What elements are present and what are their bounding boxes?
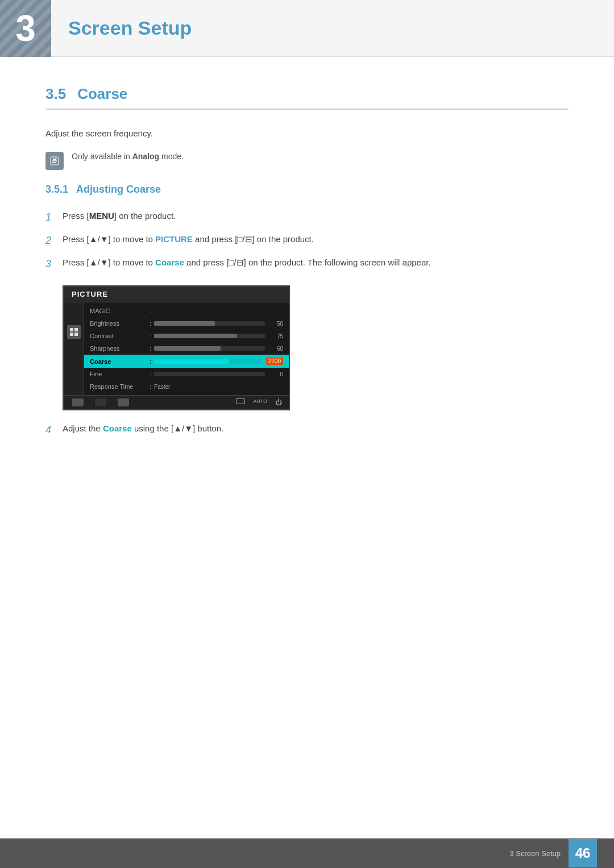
coarse-keyword-step4: Coarse	[103, 423, 132, 433]
osd-fill-coarse	[154, 359, 229, 364]
osd-icon-screen	[236, 398, 245, 406]
osd-sidebar	[64, 302, 84, 395]
osd-value-coarse: 2200	[266, 358, 283, 365]
osd-bar-coarse	[154, 359, 262, 364]
osd-label-magic: MAGiC	[90, 308, 147, 314]
osd-value-fine: 0	[269, 371, 283, 377]
osd-function-icons: AUTO ⏻	[236, 398, 282, 406]
chapter-number: 3	[15, 7, 36, 49]
osd-value-response-time: Faster	[154, 384, 170, 390]
note-icon	[45, 152, 64, 170]
chapter-number-box: 3	[0, 0, 51, 57]
osd-row-brightness: Brightness : 50	[84, 317, 289, 330]
osd-fill-brightness	[154, 321, 215, 326]
note-text: Only available in Analog mode.	[72, 151, 184, 163]
subsection-351-heading: 3.5.1 Adjusting Coarse	[45, 184, 569, 196]
osd-btn-left	[72, 398, 84, 406]
section-35-heading: 3.5 Coarse	[45, 85, 569, 110]
osd-bar-sharpness	[154, 346, 265, 351]
header-banner: 3 Screen Setup	[0, 0, 614, 57]
step-4: 4 Adjust the Coarse using the [▲/▼] butt…	[45, 422, 569, 438]
subsection-351-number: 3.5.1	[45, 184, 68, 196]
step-2: 2 Press [▲/▼] to move to PICTURE and pre…	[45, 232, 569, 249]
section-35-title: Coarse	[77, 85, 127, 103]
osd-value-sharpness: 60	[269, 346, 283, 352]
osd-nav-buttons	[70, 398, 131, 406]
section-description: Adjust the screen frequency.	[45, 127, 569, 140]
osd-icon-power: ⏻	[275, 398, 282, 406]
chapter-title: Screen Setup	[68, 17, 192, 39]
step-2-number: 2	[45, 232, 63, 249]
osd-sidebar-icon	[67, 325, 81, 339]
osd-fill-sharpness	[154, 346, 221, 351]
osd-row-contrast: Contrast : 75	[84, 330, 289, 342]
osd-title: PICTURE	[72, 290, 108, 298]
osd-label-sharpness: Sharpness	[90, 345, 147, 352]
step-1: 1 Press [MENU] on the product.	[45, 209, 569, 226]
osd-row-response-time: Response Time : Faster	[84, 380, 289, 393]
osd-row-fine: Fine : 0	[84, 368, 289, 380]
osd-btn-plus	[118, 398, 129, 406]
pencil-note-icon	[49, 156, 60, 166]
osd-value-contrast: 75	[269, 333, 283, 339]
osd-row-sharpness: Sharpness : 60	[84, 342, 289, 355]
section-35-number: 3.5	[45, 85, 66, 103]
step-1-text: Press [MENU] on the product.	[63, 209, 569, 223]
footer-section-label: 3 Screen Setup	[509, 849, 561, 858]
osd-label-contrast: Contrast	[90, 333, 147, 339]
osd-body: MAGiC : Brightness : 50 Contrast	[64, 302, 289, 395]
osd-fill-contrast	[154, 334, 237, 338]
step-4-text: Adjust the Coarse using the [▲/▼] button…	[63, 422, 569, 435]
osd-label-fine: Fine	[90, 371, 147, 377]
osd-bar-brightness	[154, 321, 265, 326]
svg-rect-5	[70, 333, 73, 336]
step-3: 3 Press [▲/▼] to move to Coarse and pres…	[45, 256, 569, 272]
svg-rect-3	[70, 328, 73, 331]
step-2-text: Press [▲/▼] to move to PICTURE and press…	[63, 232, 569, 246]
step-3-number: 3	[45, 256, 63, 272]
svg-rect-4	[74, 328, 78, 331]
osd-screen: PICTURE MAGiC	[63, 285, 290, 410]
osd-bar-contrast	[154, 334, 265, 338]
step-3-text: Press [▲/▼] to move to Coarse and press …	[63, 256, 569, 269]
osd-bar-fine	[154, 372, 265, 376]
osd-row-coarse: Coarse : 2200	[84, 355, 289, 368]
steps-list-continued: 4 Adjust the Coarse using the [▲/▼] butt…	[45, 422, 569, 438]
osd-label-response-time: Response Time	[90, 383, 147, 390]
main-content: 3.5 Coarse Adjust the screen frequency. …	[0, 57, 614, 509]
step-1-number: 1	[45, 209, 63, 226]
step-4-number: 4	[45, 422, 63, 438]
osd-title-bar: PICTURE	[64, 286, 289, 302]
note-box: Only available in Analog mode.	[45, 151, 569, 170]
osd-screenshot: PICTURE MAGiC	[63, 285, 290, 410]
footer-page-number: 46	[569, 839, 597, 867]
osd-btn-minus	[95, 398, 106, 406]
svg-rect-6	[74, 333, 78, 336]
osd-value-brightness: 50	[269, 321, 283, 327]
footer: 3 Screen Setup 46	[0, 838, 614, 868]
osd-bottom-bar: AUTO ⏻	[64, 395, 289, 409]
steps-list: 1 Press [MENU] on the product. 2 Press […	[45, 209, 569, 272]
osd-label-coarse: Coarse	[90, 358, 147, 365]
picture-keyword: PICTURE	[155, 234, 193, 244]
coarse-keyword-step3: Coarse	[155, 258, 184, 267]
osd-label-brightness: Brightness	[90, 320, 147, 327]
osd-row-magic: MAGiC :	[84, 305, 289, 317]
osd-menu: MAGiC : Brightness : 50 Contrast	[84, 302, 289, 395]
subsection-351-title: Adjusting Coarse	[76, 184, 161, 196]
osd-icon-auto: AUTO	[253, 398, 267, 406]
menu-keyword: MENU	[89, 211, 114, 221]
